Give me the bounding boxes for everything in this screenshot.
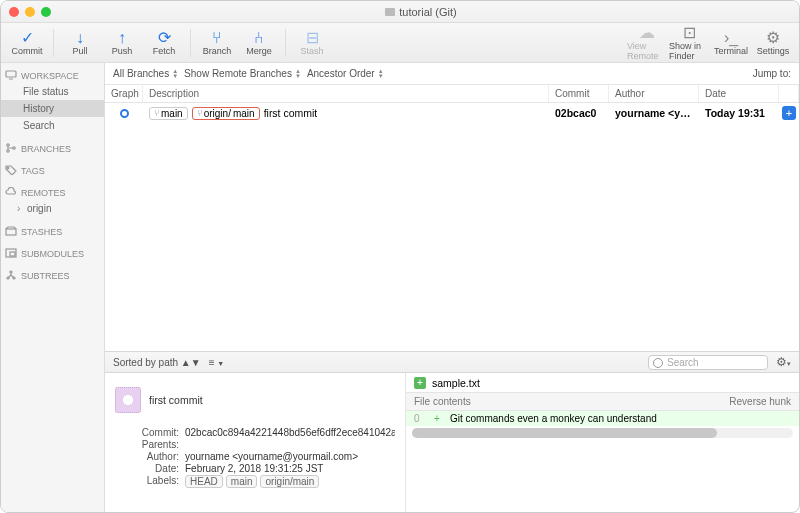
detail-panel: first commit Commit:02bcac0c894a4221448b… xyxy=(105,373,799,513)
sidebar-section-workspace[interactable]: WORKSPACE xyxy=(1,67,104,83)
file-name: sample.txt xyxy=(432,377,480,389)
gear-icon[interactable]: ⚙▾ xyxy=(776,355,791,369)
traffic-lights xyxy=(9,7,51,17)
files-toolbar: Sorted by path ▲▼ ≡ ▼ Search ⚙▾ xyxy=(105,351,799,373)
order-dropdown[interactable]: Ancestor Order▲▼ xyxy=(307,68,384,79)
close-window-button[interactable] xyxy=(9,7,19,17)
detail-labels: HEADmainorigin/main xyxy=(185,475,395,488)
col-add xyxy=(779,85,799,102)
sidebar-item-history[interactable]: History xyxy=(1,100,104,117)
terminal-button[interactable]: ›_Terminal xyxy=(711,24,751,62)
plus-icon: + xyxy=(414,377,426,389)
push-button[interactable]: ↑Push xyxy=(102,24,142,62)
submodule-icon xyxy=(5,248,17,258)
merge-button[interactable]: ⑃Merge xyxy=(239,24,279,62)
col-graph[interactable]: Graph xyxy=(105,85,143,102)
fetch-button[interactable]: ⟳Fetch xyxy=(144,24,184,62)
view-mode-dropdown[interactable]: ≡ ▼ xyxy=(209,357,225,368)
cloud-icon xyxy=(5,187,17,197)
commit-message: first commit xyxy=(264,107,318,119)
monitor-icon xyxy=(5,70,17,80)
col-commit[interactable]: Commit xyxy=(549,85,609,102)
commit-button[interactable]: ✓Commit xyxy=(7,24,47,62)
graph-node-icon xyxy=(120,109,129,118)
pull-button[interactable]: ↓Pull xyxy=(60,24,100,62)
window-title: tutorial (Git) xyxy=(51,6,791,18)
svg-point-2 xyxy=(7,144,9,146)
sidebar: WORKSPACE File status History Search BRA… xyxy=(1,63,105,513)
svg-rect-0 xyxy=(6,71,16,77)
view-remote-button[interactable]: ☁View Remote xyxy=(627,24,667,62)
column-headers: Graph Description Commit Author Date xyxy=(105,85,799,103)
col-description[interactable]: Description xyxy=(143,85,549,102)
jump-to-label: Jump to: xyxy=(753,68,791,79)
branch-tag-main[interactable]: ⑂main xyxy=(149,107,188,120)
svg-point-4 xyxy=(13,147,15,149)
svg-rect-8 xyxy=(10,252,15,256)
commit-hash: 02bcac0 xyxy=(549,107,609,119)
sort-dropdown[interactable]: Sorted by path ▲▼ xyxy=(113,357,201,368)
sidebar-item-file-status[interactable]: File status xyxy=(1,83,104,100)
detail-date: February 2, 2018 19:31:25 JST xyxy=(185,463,395,474)
file-row[interactable]: + sample.txt xyxy=(406,373,799,393)
diff-panel: + sample.txt File contents Reverse hunk … xyxy=(405,373,799,513)
detail-parents xyxy=(185,439,395,450)
minimize-window-button[interactable] xyxy=(25,7,35,17)
folder-icon xyxy=(385,8,395,16)
sidebar-item-search[interactable]: Search xyxy=(1,117,104,134)
toolbar: ✓Commit ↓Pull ↑Push ⟳Fetch ⑂Branch ⑃Merg… xyxy=(1,23,799,63)
sidebar-section-remotes[interactable]: REMOTES xyxy=(1,184,104,200)
avatar xyxy=(115,387,141,413)
detail-commit-message: first commit xyxy=(149,394,203,406)
stash-button[interactable]: ⊟Stash xyxy=(292,24,332,62)
detail-author: yourname <yourname@yourmail.com> xyxy=(185,451,395,462)
branch-tag-origin-main[interactable]: ⑂origin/main xyxy=(192,107,260,120)
sidebar-section-branches[interactable]: BRANCHES xyxy=(1,140,104,156)
show-in-finder-button[interactable]: ⊡Show in Finder xyxy=(669,24,709,62)
filter-bar: All Branches▲▼ Show Remote Branches▲▼ An… xyxy=(105,63,799,85)
sidebar-section-submodules[interactable]: SUBMODULES xyxy=(1,245,104,261)
svg-point-3 xyxy=(7,150,9,152)
branch-filter-dropdown[interactable]: All Branches▲▼ xyxy=(113,68,178,79)
col-date[interactable]: Date xyxy=(699,85,779,102)
svg-rect-6 xyxy=(6,229,16,235)
tag-icon xyxy=(5,165,17,175)
remote-filter-dropdown[interactable]: Show Remote Branches▲▼ xyxy=(184,68,301,79)
search-input[interactable]: Search xyxy=(648,355,768,370)
diff-line: 0 + Git commands even a monkey can under… xyxy=(406,411,799,426)
titlebar: tutorial (Git) xyxy=(1,1,799,23)
horizontal-scrollbar[interactable] xyxy=(412,428,793,438)
commit-author: yourname <you… xyxy=(609,107,699,119)
svg-point-5 xyxy=(7,167,9,169)
sidebar-section-subtrees[interactable]: SUBTREES xyxy=(1,267,104,283)
main-panel: All Branches▲▼ Show Remote Branches▲▼ An… xyxy=(105,63,799,513)
commit-list: ⑂main ⑂origin/main first commit 02bcac0 … xyxy=(105,103,799,351)
zoom-window-button[interactable] xyxy=(41,7,51,17)
subtree-icon xyxy=(5,270,17,280)
commit-detail: first commit Commit:02bcac0c894a4221448b… xyxy=(105,373,405,513)
sidebar-section-tags[interactable]: TAGS xyxy=(1,162,104,178)
settings-button[interactable]: ⚙Settings xyxy=(753,24,793,62)
sidebar-remote-origin[interactable]: origin xyxy=(1,200,104,217)
commit-date: Today 19:31 xyxy=(699,107,779,119)
add-icon[interactable]: + xyxy=(782,106,796,120)
svg-point-9 xyxy=(10,271,12,273)
stash-icon xyxy=(5,226,17,236)
branch-icon xyxy=(5,143,17,153)
col-author[interactable]: Author xyxy=(609,85,699,102)
branch-button[interactable]: ⑂Branch xyxy=(197,24,237,62)
hunk-header: File contents Reverse hunk xyxy=(406,393,799,411)
commit-row[interactable]: ⑂main ⑂origin/main first commit 02bcac0 … xyxy=(105,103,799,123)
detail-commit-hash: 02bcac0c894a4221448bd56ef6dff2ece841042a… xyxy=(185,427,395,438)
sidebar-section-stashes[interactable]: STASHES xyxy=(1,223,104,239)
reverse-hunk-button[interactable]: Reverse hunk xyxy=(729,396,791,407)
